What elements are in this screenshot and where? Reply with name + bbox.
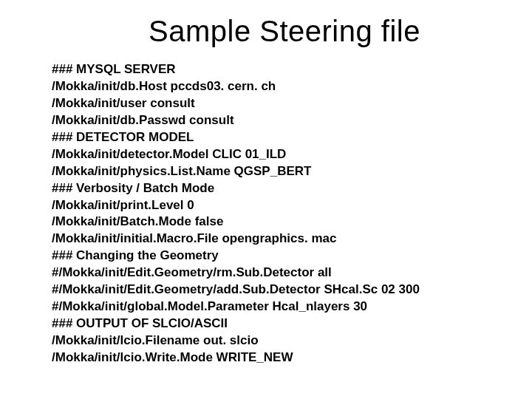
content-line: /Mokka/init/lcio.Filename out. slcio (52, 332, 480, 349)
content-line: /Mokka/init/db.Passwd consult (52, 112, 480, 129)
content-line: /Mokka/init/print.Level 0 (52, 197, 480, 214)
content-line: #/Mokka/init/Edit.Geometry/rm.Sub.Detect… (52, 265, 480, 282)
content-line: /Mokka/init/physics.List.Name QGSP_BERT (52, 163, 480, 180)
content-line: /Mokka/init/lcio.Write.Mode WRITE_NEW (52, 349, 480, 366)
content-line: ### MYSQL SERVER (52, 61, 480, 78)
slide: Sample Steering file ### MYSQL SERVER /M… (0, 0, 532, 399)
content-line: /Mokka/init/detector.Model CLIC 01_ILD (52, 146, 480, 163)
content-line: ### Changing the Geometry (52, 248, 480, 265)
content-line: ### OUTPUT OF SLCIO/ASCII (52, 316, 480, 332)
content-line: /Mokka/init/initial.Macro.File opengraph… (52, 231, 480, 248)
content-line: #/Mokka/init/Edit.Geometry/add.Sub.Detec… (52, 282, 480, 299)
content-line: /Mokka/init/db.Host pccds03. cern. ch (52, 78, 480, 95)
steering-file-content: ### MYSQL SERVER /Mokka/init/db.Host pcc… (52, 61, 480, 366)
page-title: Sample Steering file (89, 15, 480, 48)
content-line: #/Mokka/init/global.Model.Parameter Hcal… (52, 299, 480, 316)
content-line: /Mokka/init/Batch.Mode false (52, 214, 480, 231)
content-line: /Mokka/init/user consult (52, 95, 480, 112)
content-line: ### Verbosity / Batch Mode (52, 180, 480, 197)
content-line: ### DETECTOR MODEL (52, 129, 480, 146)
